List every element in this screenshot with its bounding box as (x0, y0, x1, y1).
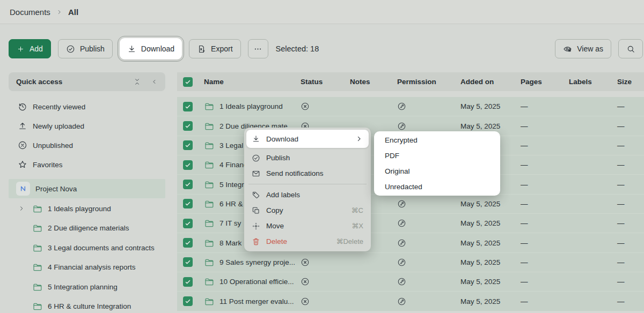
col-header-name[interactable]: Name (204, 78, 224, 86)
row-pages: — (521, 141, 528, 150)
chevron-right-icon (355, 135, 363, 143)
row-checkbox[interactable] (183, 199, 193, 208)
col-header-status[interactable]: Status (301, 78, 323, 86)
plus-icon (17, 45, 25, 53)
menu-item-add-labels[interactable]: Add labels (246, 187, 369, 203)
table-row[interactable]: 10 Operational efficie...May 5, 2025—— (177, 272, 644, 292)
submenu-item-unredacted[interactable]: Unredacted (374, 179, 500, 195)
menu-item-send-notifications[interactable]: Send notifications (246, 166, 369, 181)
sidebar-item-project-nova[interactable]: Project Nova (9, 179, 165, 198)
row-added-on: May 5, 2025 (460, 278, 500, 286)
menu-item-delete[interactable]: Delete ⌘Delete (246, 234, 369, 249)
tag-icon (252, 191, 260, 199)
row-checkbox[interactable] (183, 140, 193, 150)
submenu-item-pdf[interactable]: PDF (374, 148, 500, 163)
row-name: 8 Mark (219, 239, 241, 247)
search-button[interactable] (618, 39, 643, 58)
publish-check-icon (66, 44, 75, 54)
add-button[interactable]: Add (9, 39, 51, 58)
more-actions-button[interactable] (248, 39, 268, 58)
folder-icon (204, 140, 214, 151)
folder-icon (32, 223, 42, 233)
sidebar-item-favorites[interactable]: Favorites (9, 155, 165, 174)
tree-folder-4[interactable]: 4 Financial analysis reports (9, 258, 165, 278)
sidebar-item-label: Recently viewed (33, 103, 85, 111)
folder-icon (204, 238, 214, 248)
table-row[interactable]: 9 Sales synergy proje...May 5, 2025—— (177, 253, 644, 272)
sidebar-item-label: Favorites (33, 161, 63, 169)
tree-folder-6[interactable]: 6 HR & culture Integration (9, 297, 165, 313)
sidebar-item-newly-uploaded[interactable]: Newly uploaded (9, 116, 165, 136)
chevron-right-icon[interactable] (18, 205, 25, 212)
row-checkbox[interactable] (183, 180, 193, 189)
view-as-button[interactable]: View as (555, 39, 611, 58)
row-checkbox[interactable] (183, 257, 193, 267)
row-size: — (617, 258, 625, 266)
row-pages: — (521, 181, 528, 189)
row-checkbox[interactable] (183, 160, 193, 170)
tree-folder-3[interactable]: 3 Legal documents and contracts (9, 238, 165, 258)
tree-folder-2[interactable]: 2 Due diligence materials (9, 219, 165, 239)
row-size: — (617, 297, 625, 305)
menu-item-publish[interactable]: Publish (246, 150, 369, 166)
row-checkbox[interactable] (183, 238, 193, 248)
row-name: 1 Ideals playground (219, 102, 283, 110)
menu-item-copy[interactable]: Copy ⌘C (246, 203, 369, 218)
row-checkbox[interactable] (183, 102, 193, 111)
unpublished-circle-x-icon (18, 140, 27, 150)
submenu-item-label: Original (385, 167, 410, 175)
folder-icon (204, 101, 214, 111)
sidebar: Quick access Recently viewed Newly uploa… (9, 72, 165, 313)
menu-shortcut: ⌘Delete (336, 237, 363, 245)
menu-item-download[interactable]: Download (246, 130, 369, 148)
row-checkbox[interactable] (183, 296, 193, 306)
col-header-added-on[interactable]: Added on (460, 78, 494, 86)
row-pages: — (521, 258, 528, 266)
col-header-pages[interactable]: Pages (521, 78, 542, 86)
key-circle-icon (397, 239, 406, 248)
row-size: — (617, 161, 625, 169)
folder-icon (204, 257, 214, 267)
selected-count: Selected: 18 (276, 44, 319, 53)
collapse-vertical-icon[interactable] (133, 78, 141, 86)
folder-icon (32, 243, 42, 253)
folder-icon (204, 277, 214, 287)
sidebar-item-unpublished[interactable]: Unpublished (9, 136, 165, 155)
unpublished-circle-x-icon (301, 258, 310, 267)
row-checkbox[interactable] (183, 277, 193, 287)
row-checkbox[interactable] (183, 121, 193, 131)
col-header-labels[interactable]: Labels (569, 78, 592, 86)
breadcrumb-root[interactable]: Documents (10, 8, 50, 17)
select-all-checkbox[interactable] (183, 77, 193, 87)
col-header-size[interactable]: Size (617, 78, 632, 86)
sidebar-item-recently-viewed[interactable]: Recently viewed (9, 97, 165, 116)
folder-icon (204, 296, 214, 307)
publish-button[interactable]: Publish (58, 39, 113, 58)
menu-divider (248, 184, 367, 184)
export-button[interactable]: Export (189, 39, 240, 58)
row-added-on: May 5, 2025 (460, 297, 500, 305)
row-added-on: May 5, 2025 (460, 258, 500, 266)
download-button[interactable]: Download (120, 38, 182, 59)
col-header-permission[interactable]: Permission (397, 78, 436, 86)
tree-folder-5[interactable]: 5 Integration planning (9, 277, 165, 297)
row-size: — (617, 278, 625, 286)
folder-label: 3 Legal documents and contracts (48, 244, 155, 252)
breadcrumb: Documents All (0, 0, 644, 24)
chevron-left-icon[interactable] (151, 78, 158, 85)
menu-item-move[interactable]: Move ⌘X (246, 218, 369, 234)
folder-icon (32, 301, 42, 311)
table-row[interactable]: 11 Post merger evalu...May 5, 2025—— (177, 292, 644, 311)
col-header-notes[interactable]: Notes (350, 78, 370, 86)
menu-shortcut: ⌘X (352, 222, 363, 230)
quick-access-nav: Recently viewed Newly uploaded Unpublish… (9, 97, 165, 174)
submenu-item-encrypted[interactable]: Encrypted (374, 132, 500, 148)
row-checkbox[interactable] (183, 219, 193, 228)
row-pages: — (521, 161, 528, 169)
row-name: 10 Operational efficie... (219, 278, 294, 286)
tree-folder-1[interactable]: 1 Ideals playground (9, 199, 165, 219)
submenu-item-original[interactable]: Original (374, 163, 500, 179)
key-circle-icon (397, 219, 406, 228)
folder-icon (32, 204, 42, 214)
table-row[interactable]: 1 Ideals playgroundMay 5, 2025—— (177, 97, 644, 116)
